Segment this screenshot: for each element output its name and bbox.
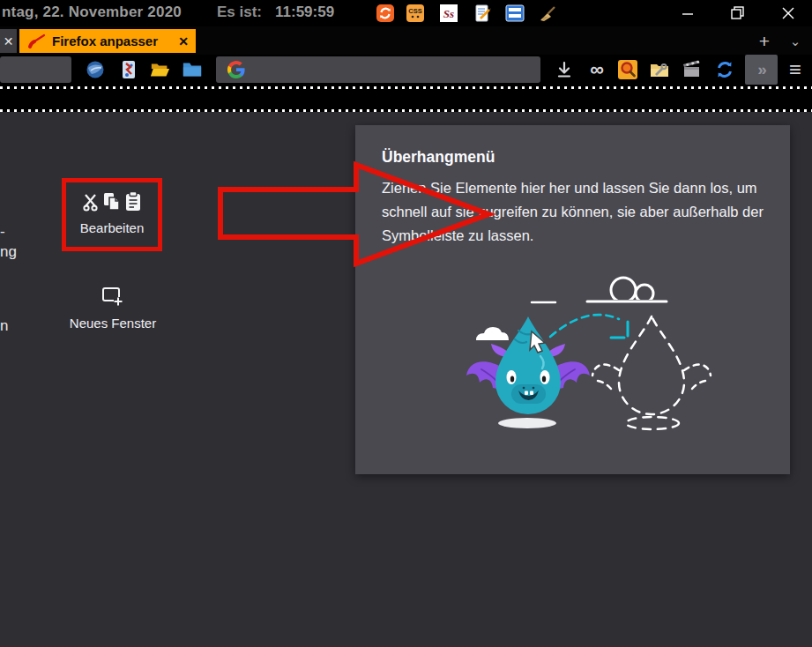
tab-title: Firefox anpasser (52, 33, 172, 48)
customize-dashed-border-top (0, 86, 812, 89)
clipped-label-fragment: n (0, 317, 8, 335)
restore-button[interactable] (718, 0, 757, 26)
folder-open-icon[interactable] (150, 59, 171, 80)
tab-bar: ✕ Firefox anpasser ✕ + ⌄ (0, 26, 812, 55)
restore-icon (729, 4, 747, 22)
title-bar: ntag, 22. November 2020 Es ist: 11:59:59… (0, 0, 812, 26)
red-annotation-box (62, 178, 162, 251)
google-logo-icon (227, 61, 245, 78)
search-bar[interactable] (216, 56, 540, 83)
customize-palette-area: - ng n Bearbeiten Neues Fenster Überhang… (0, 112, 812, 647)
magnifier-icon[interactable] (617, 59, 638, 80)
background-tab-close-button[interactable]: ✕ (0, 29, 17, 53)
list-tabs-chevron-icon[interactable]: ⌄ (784, 29, 807, 53)
new-window-widget-label: Neues Fenster (70, 316, 156, 331)
new-window-widget[interactable]: Neues Fenster (62, 285, 164, 331)
new-tab-button[interactable]: + (752, 29, 777, 53)
refresh-icon[interactable] (714, 59, 735, 80)
css-icon[interactable]: CSS (406, 4, 425, 23)
clipped-label-fragment: ng (0, 243, 17, 261)
new-window-icon (101, 285, 124, 308)
blue-list-icon[interactable] (505, 4, 525, 23)
private-mask-icon[interactable]: ∞ (586, 59, 607, 80)
broom-icon[interactable] (538, 4, 557, 23)
paintbrush-icon (28, 33, 46, 49)
navigation-toolbar: ∞ » ≡ (0, 55, 812, 86)
download-icon[interactable] (554, 59, 575, 80)
minimize-button[interactable] (667, 0, 707, 26)
overflow-chevrons-button[interactable]: » (745, 55, 778, 85)
notes-doc-icon[interactable] (473, 4, 493, 23)
folder-blue-icon[interactable] (182, 59, 203, 80)
drag-drop-illustration (430, 275, 748, 451)
clapperboard-icon[interactable] (682, 59, 703, 80)
sass-badge-text: Ss (443, 7, 454, 20)
minimize-icon (680, 5, 696, 21)
tab-firefox-anpassen[interactable]: Firefox anpasser ✕ (19, 29, 196, 53)
thunderbird-icon[interactable] (85, 59, 106, 80)
urlbar-stub[interactable] (0, 56, 71, 83)
folder-wrench-icon[interactable] (649, 59, 670, 80)
sync-orange-icon[interactable] (376, 4, 395, 23)
tab-close-button[interactable]: ✕ (178, 34, 189, 48)
date-text: ntag, 22. November 2020 (2, 4, 182, 21)
close-window-button[interactable] (768, 0, 808, 26)
red-annotation-arrow (215, 160, 495, 271)
hamburger-menu-button[interactable]: ≡ (783, 56, 808, 83)
close-icon (779, 4, 797, 22)
clock-label: Es ist: (217, 4, 262, 21)
clock-time: 11:59:59 (275, 4, 334, 21)
sprite-icon[interactable] (118, 59, 139, 80)
firefox-customize-window: ntag, 22. November 2020 Es ist: 11:59:59… (0, 0, 812, 647)
css-badge-text: CSS (408, 7, 421, 15)
clipped-label-fragment: - (0, 223, 5, 241)
sass-icon[interactable]: Ss (439, 4, 458, 23)
